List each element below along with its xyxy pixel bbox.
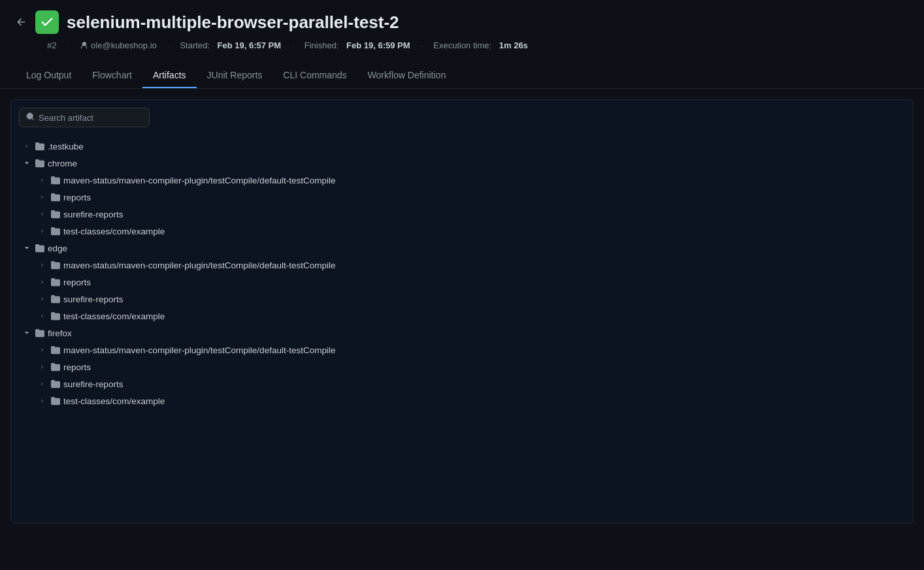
chevron-icon (37, 362, 48, 372)
file-tree: .testkubechromemaven-status/maven-compil… (19, 138, 905, 409)
tree-item[interactable]: maven-status/maven-compiler-plugin/testC… (19, 257, 905, 274)
tree-children: maven-status/maven-compiler-plugin/testC… (19, 341, 905, 409)
tree-node: test-classes/com/example (19, 308, 905, 325)
tab-log-output[interactable]: Log Output (16, 63, 82, 88)
tree-node: firefoxmaven-status/maven-compiler-plugi… (19, 325, 905, 409)
tree-item[interactable]: test-classes/com/example (19, 308, 905, 325)
search-icon (26, 112, 35, 123)
search-input[interactable] (39, 113, 142, 123)
tab-flowchart[interactable]: Flowchart (82, 63, 142, 88)
chevron-icon (37, 277, 48, 287)
tree-node: test-classes/com/example (19, 392, 905, 409)
tab-cli-commands[interactable]: CLI Commands (272, 63, 357, 88)
tree-item-label: maven-status/maven-compiler-plugin/testC… (63, 261, 335, 270)
chevron-icon (37, 345, 48, 355)
artifact-panel: .testkubechromemaven-status/maven-compil… (10, 99, 914, 524)
folder-icon (35, 243, 45, 253)
chevron-icon (37, 175, 48, 185)
page-title: selenium-multiple-browser-parallel-test-… (67, 12, 399, 33)
folder-icon (35, 328, 45, 338)
tab-workflow-definition[interactable]: Workflow Definition (357, 63, 457, 88)
folder-icon (50, 311, 61, 321)
folder-icon (50, 379, 61, 389)
tree-node: reports (19, 189, 905, 206)
tree-node: reports (19, 358, 905, 375)
chevron-icon (37, 379, 48, 389)
tree-node: maven-status/maven-compiler-plugin/testC… (19, 257, 905, 274)
folder-icon (50, 277, 61, 287)
started-meta: Started: Feb 19, 6:57 PM (180, 40, 281, 50)
tree-item[interactable]: chrome (19, 155, 905, 172)
tree-item[interactable]: surefire-reports (19, 206, 905, 223)
tree-item-label: surefire-reports (63, 210, 124, 219)
tree-node: maven-status/maven-compiler-plugin/testC… (19, 172, 905, 189)
chevron-icon (37, 209, 48, 219)
tree-item-label: test-classes/com/example (63, 227, 165, 236)
folder-icon (50, 260, 61, 270)
tree-node: surefire-reports (19, 375, 905, 392)
chevron-icon (22, 328, 32, 338)
folder-icon (50, 192, 61, 202)
tree-item[interactable]: reports (19, 274, 905, 291)
user-icon: ole@kubeshop.io (80, 40, 157, 50)
tree-item[interactable]: surefire-reports (19, 375, 905, 392)
folder-icon (50, 209, 61, 219)
chevron-icon (22, 141, 32, 151)
folder-icon (50, 396, 61, 406)
tree-node: maven-status/maven-compiler-plugin/testC… (19, 341, 905, 358)
tree-item[interactable]: .testkube (19, 138, 905, 155)
tree-node: .testkube (19, 138, 905, 155)
chevron-icon (37, 311, 48, 321)
chevron-icon (37, 396, 48, 406)
tree-children: maven-status/maven-compiler-plugin/testC… (19, 257, 905, 325)
tree-item-label: reports (63, 193, 91, 202)
tree-item-label: test-classes/com/example (63, 311, 165, 321)
execution-meta: Execution time: 1m 26s (433, 40, 528, 50)
meta-row: #2 · ole@kubeshop.io · Started: Feb 19, … (16, 38, 908, 58)
tree-item-label: reports (63, 362, 91, 372)
tree-item-label: surefire-reports (63, 379, 124, 389)
tree-item[interactable]: test-classes/com/example (19, 223, 905, 240)
chevron-icon (37, 226, 48, 236)
tree-item-label: reports (63, 277, 91, 287)
folder-icon (35, 141, 45, 151)
tree-item-label: surefire-reports (63, 294, 124, 304)
tree-item[interactable]: edge (19, 240, 905, 257)
tree-item[interactable]: surefire-reports (19, 291, 905, 308)
finished-meta: Finished: Feb 19, 6:59 PM (305, 40, 410, 50)
tree-item[interactable]: reports (19, 358, 905, 375)
tree-item[interactable]: firefox (19, 325, 905, 341)
tree-item-label: edge (48, 244, 67, 253)
back-button[interactable] (16, 16, 27, 28)
tree-item-label: firefox (48, 328, 72, 338)
folder-icon (35, 158, 45, 168)
tree-item[interactable]: test-classes/com/example (19, 392, 905, 409)
chevron-icon (37, 260, 48, 270)
folder-icon (50, 362, 61, 372)
tree-node: edgemaven-status/maven-compiler-plugin/t… (19, 240, 905, 325)
search-box[interactable] (19, 108, 150, 127)
tree-item[interactable]: reports (19, 189, 905, 206)
tree-item-label: maven-status/maven-compiler-plugin/testC… (63, 345, 335, 355)
tree-item-label: .testkube (48, 142, 84, 151)
folder-icon (50, 175, 61, 185)
tree-node: reports (19, 274, 905, 291)
status-icon (35, 10, 59, 34)
tree-node: chromemaven-status/maven-compiler-plugin… (19, 155, 905, 240)
tree-item[interactable]: maven-status/maven-compiler-plugin/testC… (19, 341, 905, 358)
tree-children: maven-status/maven-compiler-plugin/testC… (19, 172, 905, 240)
tab-artifacts[interactable]: Artifacts (142, 63, 197, 88)
chevron-icon (22, 158, 32, 168)
tree-item-label: test-classes/com/example (63, 396, 165, 406)
folder-icon (50, 294, 61, 304)
tree-item[interactable]: maven-status/maven-compiler-plugin/testC… (19, 172, 905, 189)
tree-node: surefire-reports (19, 291, 905, 308)
chevron-icon (22, 243, 32, 253)
tab-nav: Log OutputFlowchartArtifactsJUnit Report… (16, 63, 908, 88)
run-number: #2 (47, 40, 56, 50)
chevron-icon (37, 192, 48, 202)
tree-node: test-classes/com/example (19, 223, 905, 240)
tree-item-label: maven-status/maven-compiler-plugin/testC… (63, 176, 335, 185)
tab-junit-reports[interactable]: JUnit Reports (197, 63, 273, 88)
main-content: .testkubechromemaven-status/maven-compil… (0, 89, 924, 534)
